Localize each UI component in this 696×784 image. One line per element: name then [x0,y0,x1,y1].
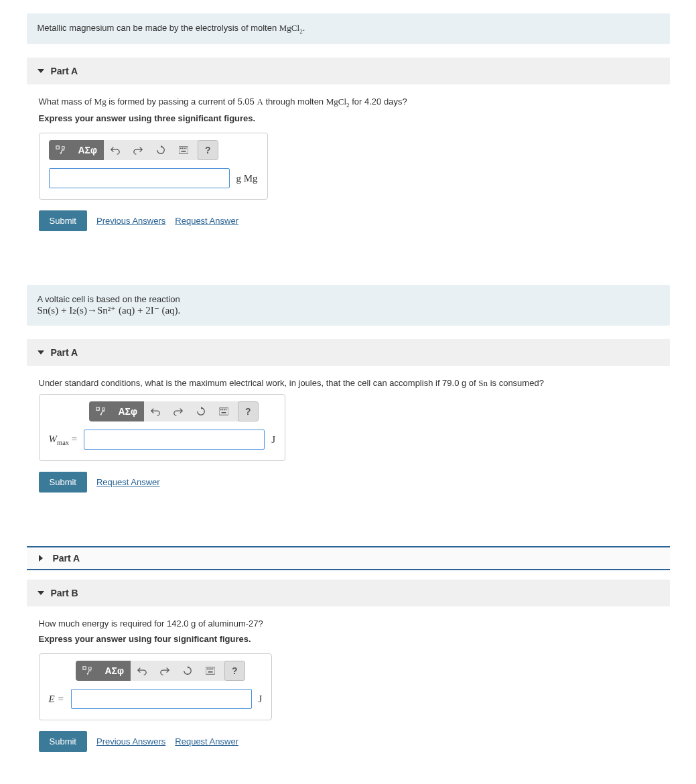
fraction-root-icon [96,407,105,416]
svg-rect-20 [208,669,210,670]
request-answer-link[interactable]: Request Answer [175,736,238,746]
previous-answers-link[interactable]: Previous Answers [96,736,165,746]
action-row: Submit Previous Answers Request Answer [39,210,658,231]
undo-icon [111,145,120,155]
redo-button[interactable] [153,661,176,681]
answer-panel: ΑΣφ ? g Mg [39,133,268,200]
svg-rect-23 [208,671,213,673]
intro-text: Metallic magnesium can be made by the el… [38,23,279,33]
fraction-root-icon [56,145,65,155]
part-a-content: What mass of Mg is formed by passing a c… [27,96,670,252]
undo-button[interactable] [131,661,153,681]
redo-button[interactable] [127,140,149,160]
greek-button[interactable]: ΑΣφ [72,140,105,160]
submit-button[interactable]: Submit [39,210,87,231]
part-a-header-collapsed[interactable]: Part A [27,546,670,570]
variable-label: E = [49,694,64,705]
submit-button[interactable]: Submit [39,731,87,752]
part-label: Part B [51,588,78,598]
problem2-intro: A voltaic cell is based on the reaction … [27,285,670,326]
input-row: E = J [49,689,263,709]
chevron-down-icon [38,69,44,73]
svg-rect-14 [226,409,227,411]
submit-button[interactable]: Submit [39,472,87,493]
question-text: How much energy is required for 142.0 g … [39,618,658,629]
templates-button[interactable] [49,140,72,160]
keyboard-icon [219,407,228,416]
action-row: Submit Previous Answers Request Answer [39,731,658,752]
formula-toolbar: ΑΣφ ? [76,661,245,681]
greek-button[interactable]: ΑΣφ [112,401,145,421]
svg-rect-12 [222,409,223,411]
formula-toolbar: ΑΣφ ? [89,401,259,421]
help-button[interactable]: ? [238,401,259,421]
redo-icon [160,666,169,675]
previous-answers-link[interactable]: Previous Answers [96,216,165,226]
reaction-equation: Sn(s) + I₂(s)→Sn²⁺ (aq) + 2I⁻ (aq). [38,305,181,316]
keyboard-icon [206,666,215,675]
redo-button[interactable] [167,401,190,421]
svg-rect-22 [212,669,214,670]
svg-rect-16 [82,667,85,669]
answer-panel: ΑΣφ ? E = J [39,653,273,720]
reset-button[interactable] [190,401,212,421]
unit-label: J [259,694,263,705]
svg-rect-17 [88,667,91,670]
problem1-intro: Metallic magnesium can be made by the el… [27,13,670,44]
keyboard-button[interactable] [212,401,235,421]
templates-button[interactable] [76,661,98,681]
answer-input[interactable] [49,168,230,188]
chem-formula: MgCl [279,23,299,33]
instruction-text: Express your answer using four significa… [39,634,658,644]
formula-toolbar: ΑΣφ ? [49,140,218,160]
svg-rect-1 [62,147,64,149]
templates-button[interactable] [89,401,112,421]
svg-rect-2 [179,147,188,154]
part-a-header-2[interactable]: Part A [27,339,670,366]
variable-label: Wmax = [49,434,78,446]
question-text: What mass of Mg is formed by passing a c… [39,96,658,109]
keyboard-button[interactable] [172,140,195,160]
svg-rect-18 [206,667,215,675]
answer-panel: ΑΣφ ? Wmax = J [39,394,286,461]
part-a-header[interactable]: Part A [27,58,670,84]
request-answer-link[interactable]: Request Answer [96,477,160,487]
svg-rect-10 [219,408,228,415]
svg-rect-8 [96,407,98,410]
request-answer-link[interactable]: Request Answer [175,216,238,226]
svg-rect-4 [182,148,183,149]
part-b-header[interactable]: Part B [27,580,670,606]
input-row: Wmax = J [49,430,276,450]
svg-rect-21 [210,669,212,670]
keyboard-icon [179,145,188,155]
chevron-down-icon [38,591,44,595]
keyboard-button[interactable] [199,661,222,681]
help-button[interactable]: ? [224,661,245,681]
fraction-root-icon [82,666,92,675]
reset-button[interactable] [149,140,172,160]
answer-input[interactable] [84,430,265,450]
intro-line1: A voltaic cell is based on the reaction [38,294,180,304]
redo-icon [133,145,143,155]
help-button[interactable]: ? [198,140,218,160]
svg-rect-15 [222,412,226,413]
svg-rect-3 [180,148,182,149]
input-row: g Mg [49,168,258,188]
instruction-text: Express your answer using three signific… [39,113,658,123]
undo-button[interactable] [144,401,167,421]
undo-button[interactable] [104,140,127,160]
greek-button[interactable]: ΑΣφ [98,661,131,681]
reset-button[interactable] [176,661,199,681]
svg-rect-19 [207,669,208,670]
part-label: Part A [53,553,80,564]
svg-rect-11 [220,409,222,411]
chevron-down-icon [38,350,44,354]
undo-icon [137,666,147,675]
intro-post: . [303,23,305,33]
action-row: Submit Request Answer [39,472,658,493]
undo-icon [151,407,160,416]
svg-rect-13 [224,409,225,411]
unit-label: J [271,434,275,446]
svg-rect-0 [56,146,58,149]
answer-input[interactable] [71,689,252,709]
